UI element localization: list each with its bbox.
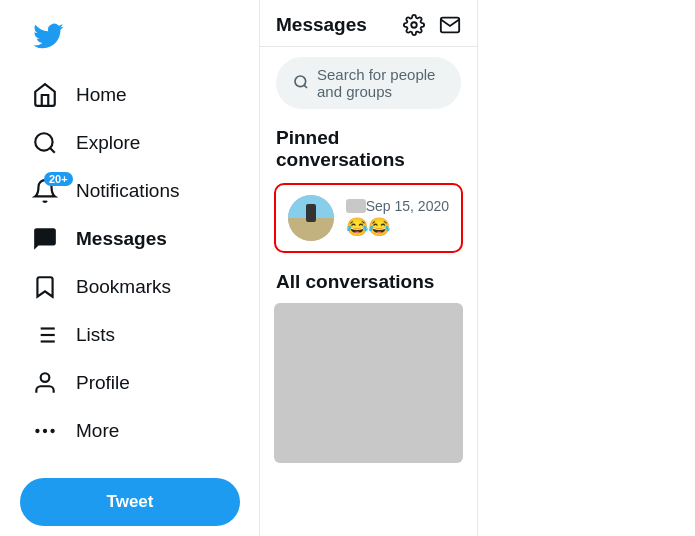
notifications-icon: 20+ <box>32 178 58 204</box>
profile-label: Profile <box>76 372 130 394</box>
profile-icon <box>32 370 58 396</box>
settings-icon[interactable] <box>403 14 425 36</box>
sidebar-item-bookmarks[interactable]: Bookmarks <box>20 264 239 310</box>
pinned-section-title: Pinned conversations <box>260 119 477 177</box>
search-bar[interactable]: Search for people and groups <box>276 57 461 109</box>
sidebar-item-notifications[interactable]: 20+ Notifications <box>20 168 239 214</box>
lists-label: Lists <box>76 324 115 346</box>
bookmarks-icon <box>32 274 58 300</box>
sidebar-item-explore[interactable]: Explore <box>20 120 239 166</box>
conversation-preview: 😂😂 <box>346 216 449 238</box>
messages-header: Messages <box>260 0 477 47</box>
sidebar-nav: Home Explore 20+ Notifications <box>20 72 239 466</box>
compose-icon[interactable] <box>439 14 461 36</box>
right-panel <box>478 0 695 536</box>
messages-panel: Messages Search for people <box>260 0 478 536</box>
explore-label: Explore <box>76 132 140 154</box>
conversation-top: Sep 15, 2020 <box>346 198 449 214</box>
all-conversations-title: All conversations <box>260 259 477 299</box>
messages-title: Messages <box>276 14 367 36</box>
sidebar-item-home[interactable]: Home <box>20 72 239 118</box>
messages-icon <box>32 226 58 252</box>
svg-point-11 <box>36 430 38 432</box>
svg-line-1 <box>50 148 55 153</box>
lists-icon <box>32 322 58 348</box>
conversation-name <box>346 199 366 213</box>
svg-line-14 <box>304 85 307 88</box>
bookmarks-label: Bookmarks <box>76 276 171 298</box>
twitter-logo[interactable] <box>20 10 239 66</box>
explore-icon <box>32 130 58 156</box>
sidebar-item-lists[interactable]: Lists <box>20 312 239 358</box>
home-label: Home <box>76 84 127 106</box>
sidebar: Home Explore 20+ Notifications <box>0 0 260 536</box>
conversation-info: Sep 15, 2020 😂😂 <box>346 198 449 238</box>
svg-point-9 <box>44 430 46 432</box>
more-icon <box>32 418 58 444</box>
svg-point-0 <box>35 133 52 150</box>
header-actions <box>403 14 461 36</box>
more-label: More <box>76 420 119 442</box>
notification-badge: 20+ <box>44 172 73 186</box>
messages-label: Messages <box>76 228 167 250</box>
sidebar-item-profile[interactable]: Profile <box>20 360 239 406</box>
svg-point-8 <box>41 373 50 382</box>
svg-point-13 <box>295 76 306 87</box>
conversation-date: Sep 15, 2020 <box>366 198 449 214</box>
pinned-conversation[interactable]: Sep 15, 2020 😂😂 <box>274 183 463 253</box>
svg-point-10 <box>52 430 54 432</box>
avatar <box>288 195 334 241</box>
svg-point-12 <box>411 22 417 28</box>
search-icon <box>293 74 309 93</box>
sidebar-item-more[interactable]: More <box>20 408 239 454</box>
home-icon <box>32 82 58 108</box>
notifications-label: Notifications <box>76 180 180 202</box>
sidebar-item-messages[interactable]: Messages <box>20 216 239 262</box>
search-placeholder: Search for people and groups <box>317 66 444 100</box>
tweet-button[interactable]: Tweet <box>20 478 240 526</box>
conversation-placeholder <box>274 303 463 463</box>
